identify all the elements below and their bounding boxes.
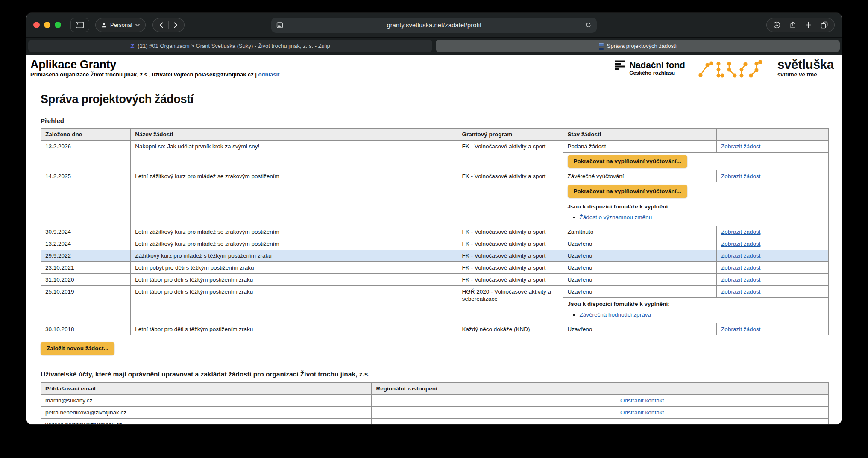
- view-application-link[interactable]: Zobrazit žádost: [721, 276, 760, 283]
- application-row: 31.10.2020Letní tábor pro děti s těžkým …: [41, 274, 829, 286]
- view-application-link[interactable]: Zobrazit žádost: [721, 264, 760, 271]
- reload-button[interactable]: [585, 22, 592, 29]
- login-info-text: Přihlášená organizace Život trochu jinak…: [30, 71, 257, 78]
- zulip-favicon: Z: [130, 43, 134, 49]
- forms-available-heading: Jsou k dispozici fomuláře k vyplnění:: [568, 300, 824, 308]
- remove-contact-link[interactable]: Odstranit kontakt: [620, 409, 664, 416]
- application-program: FK - Volnočasové aktivity a sport: [457, 250, 563, 262]
- application-status: Uzavřeno: [563, 274, 717, 286]
- desktop-background: Personal: [0, 0, 868, 458]
- logout-link[interactable]: odhlásit: [258, 71, 280, 78]
- tab-bar: Z (21) #01 Organizacni > Grant Svetluska…: [26, 37, 842, 55]
- application-program: FK - Volnočasové aktivity a sport: [457, 262, 563, 274]
- user-row: petra.benedikova@zivotjinak.cz—Odstranit…: [41, 407, 829, 419]
- app-header-left: Aplikace Granty Přihlášená organizace Ži…: [30, 59, 279, 78]
- close-window-button[interactable]: [33, 22, 40, 28]
- column-header: [717, 129, 829, 141]
- application-name: Zážitkový kurz pro mládež s těžkým posti…: [131, 250, 457, 262]
- app-header: Aplikace Granty Přihlášená organizace Ži…: [26, 55, 842, 82]
- application-date: 13.2.2024: [41, 238, 131, 250]
- application-date: 25.10.2019: [41, 286, 131, 323]
- zoom-window-button[interactable]: [55, 22, 61, 28]
- user-actions: [616, 419, 829, 425]
- tab-overview-button[interactable]: [821, 21, 828, 29]
- share-button[interactable]: [789, 21, 796, 29]
- tabs-overview-icon: [821, 21, 828, 29]
- application-name: Letní tábor pro děti s těžkým postižením…: [131, 323, 457, 335]
- users-header-row: Přihlašovací emailRegionální zastoupení: [41, 383, 829, 395]
- view-application-link[interactable]: Zobrazit žádost: [721, 326, 760, 332]
- view-application-link[interactable]: Zobrazit žádost: [721, 173, 760, 179]
- application-actions: Zobrazit žádost: [717, 250, 829, 262]
- application-row: 29.9.2022Zážitkový kurz pro mládež s těž…: [41, 250, 829, 262]
- column-header: Stav žádosti: [563, 129, 717, 141]
- address-bar[interactable]: granty.svetluska.net/zadatel/profil: [271, 18, 597, 33]
- nadacni-fond-line1: Nadační fond: [629, 60, 685, 69]
- application-date: 14.2.2025: [41, 170, 131, 226]
- application-actions: Zobrazit žádost: [717, 170, 829, 182]
- application-program: HGŘ 2020 - Volnočasové aktivity a sebere…: [457, 286, 563, 323]
- minimize-window-button[interactable]: [44, 22, 50, 28]
- sidebar-toggle-button[interactable]: [70, 18, 89, 32]
- profile-menu-button[interactable]: Personal: [95, 18, 146, 32]
- view-application-link[interactable]: Zobrazit žádost: [721, 241, 760, 247]
- continue-filling-button[interactable]: Pokračovat na vyplňování vyúčtování...: [568, 185, 687, 198]
- chevron-left-icon: [158, 22, 164, 29]
- reload-icon: [585, 22, 592, 29]
- application-date: 13.2.2026: [41, 141, 131, 170]
- application-status: Uzavřeno: [563, 286, 717, 298]
- application-actions: Zobrazit žádost: [717, 262, 829, 274]
- tab-title: (21) #01 Organizacni > Grant Svetluska (…: [138, 43, 330, 49]
- svetluska-dots-logo: [697, 58, 765, 79]
- application-row: 13.2.2024Letní zážitkový kurz pro mládež…: [41, 238, 829, 250]
- column-header: [616, 383, 829, 395]
- tab-zulip[interactable]: Z (21) #01 Organizacni > Grant Svetluska…: [28, 40, 432, 52]
- sidebar-icon: [76, 21, 84, 29]
- column-header: Přihlašovací email: [41, 383, 372, 395]
- nadacni-fond-line2: Českého rozhlasu: [629, 70, 685, 76]
- application-date: 29.9.2022: [41, 250, 131, 262]
- view-application-link[interactable]: Zobrazit žádost: [721, 252, 760, 259]
- application-date: 30.10.2018: [41, 323, 131, 335]
- application-status: Uzavřeno: [563, 250, 717, 262]
- continue-filling-button[interactable]: Pokračovat na vyplňování vyúčtování...: [568, 155, 687, 168]
- new-application-button[interactable]: Založit novou žádost...: [41, 342, 114, 355]
- view-application-link[interactable]: Zobrazit žádost: [721, 288, 760, 295]
- application-row: 30.10.2018Letní tábor pro děti s těžkým …: [41, 323, 829, 335]
- view-application-link[interactable]: Zobrazit žádost: [721, 229, 760, 235]
- application-actions: Zobrazit žádost: [717, 323, 829, 335]
- share-icon: [789, 21, 796, 29]
- form-link[interactable]: Žádost o významnou změnu: [580, 214, 652, 220]
- application-date: 23.10.2021: [41, 262, 131, 274]
- back-button[interactable]: [155, 18, 168, 32]
- header-logos: Nadační fond Českého rozhlasu: [615, 58, 836, 79]
- new-tab-button[interactable]: [805, 22, 812, 28]
- application-program: Každý něco dokáže (KND): [457, 323, 563, 335]
- traffic-lights: [33, 22, 61, 28]
- form-link[interactable]: Závěrečná hodnotící zpráva: [580, 311, 651, 318]
- downloads-button[interactable]: [773, 21, 780, 29]
- forms-list: Žádost o významnou změnu: [580, 214, 824, 221]
- application-row: 25.10.2019Letní tábor pro děti s těžkým …: [41, 286, 829, 298]
- toolbar-right-buttons: [766, 18, 835, 32]
- granty-favicon: [599, 43, 604, 50]
- page-content: Správa projektových žádostí Přehled Zalo…: [26, 82, 842, 424]
- application-program: FK - Volnočasové aktivity a sport: [457, 226, 563, 238]
- user-email: petra.benedikova@zivotjinak.cz: [41, 407, 372, 419]
- safari-window: Personal: [26, 13, 842, 424]
- view-application-link[interactable]: Zobrazit žádost: [721, 143, 760, 150]
- applications-header-row: Založeno dneNázev žádostiGrantový progra…: [41, 129, 829, 141]
- forward-button[interactable]: [169, 18, 182, 32]
- user-actions: Odstranit kontakt: [616, 407, 829, 419]
- user-region: —: [372, 407, 616, 419]
- column-header: Založeno dne: [41, 129, 131, 141]
- application-program: FK - Volnočasové aktivity a sport: [457, 238, 563, 250]
- remove-contact-link[interactable]: Odstranit kontakt: [620, 397, 664, 404]
- page-settings-icon[interactable]: [276, 22, 283, 29]
- login-info: Přihlášená organizace Život trochu jinak…: [30, 71, 279, 78]
- application-date: 30.9.2024: [41, 226, 131, 238]
- tab-granty[interactable]: Správa projektových žádostí: [436, 40, 840, 52]
- user-actions: Odstranit kontakt: [616, 395, 829, 407]
- profile-label: Personal: [110, 22, 132, 28]
- nadacni-fond-text: Nadační fond Českého rozhlasu: [629, 60, 685, 76]
